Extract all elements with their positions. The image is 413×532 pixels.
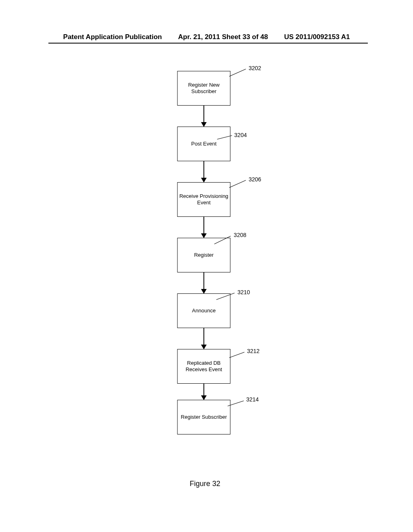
- flow-box-label: Replicated DB Receives Event: [179, 360, 228, 373]
- ref-leader-icon: [217, 135, 232, 139]
- ref-leader-icon: [217, 293, 235, 300]
- flow-box-3206: Receive Provisioning Event 3206: [177, 182, 230, 217]
- flow-box-3202: Register New Subscriber 3202: [177, 71, 230, 106]
- ref-number: 3204: [234, 132, 247, 139]
- flow-box-3210: Announce 3210: [177, 293, 230, 328]
- flow-box-3208: Register 3208: [177, 238, 230, 272]
- ref-number: 3206: [248, 176, 261, 183]
- ref-leader-icon: [227, 401, 244, 406]
- header-rule: [48, 43, 368, 44]
- page-header: Patent Application Publication Apr. 21, …: [0, 33, 413, 41]
- header-mid: Apr. 21, 2011 Sheet 33 of 48: [178, 33, 268, 41]
- ref-number: 3210: [238, 289, 250, 296]
- flow-box-3214: Register Subscriber 3214: [177, 400, 230, 434]
- header-right: US 2011/0092153 A1: [284, 33, 350, 41]
- ref-number: 3212: [247, 348, 259, 355]
- flow-box-label: Register New Subscriber: [179, 82, 228, 95]
- flowchart: Register New Subscriber 3202 Post Event …: [177, 71, 230, 434]
- flow-box-label: Register Subscriber: [181, 414, 227, 420]
- arrow-shaft-icon: [203, 328, 204, 345]
- arrow-shaft-icon: [203, 106, 204, 123]
- flow-box-label: Receive Provisioning Event: [179, 193, 228, 206]
- flow-box-label: Register: [194, 252, 213, 258]
- ref-number: 3202: [248, 65, 261, 72]
- header-left: Patent Application Publication: [63, 33, 162, 41]
- ref-number: 3208: [234, 232, 246, 239]
- arrow-shaft-icon: [203, 384, 204, 396]
- figure-caption: Figure 32: [190, 480, 220, 488]
- arrow-shaft-icon: [203, 272, 204, 289]
- ref-leader-icon: [214, 236, 231, 244]
- flow-box-label: Post Event: [191, 141, 217, 147]
- ref-leader-icon: [229, 69, 246, 77]
- arrow-shaft-icon: [203, 217, 204, 234]
- ref-number: 3214: [246, 396, 259, 403]
- ref-leader-icon: [229, 180, 246, 188]
- flow-box-3212: Replicated DB Receives Event 3212: [177, 349, 230, 384]
- flow-box-3204: Post Event 3204: [177, 127, 230, 161]
- ref-leader-icon: [229, 352, 244, 358]
- flow-box-label: Announce: [192, 308, 216, 314]
- arrow-shaft-icon: [203, 161, 204, 178]
